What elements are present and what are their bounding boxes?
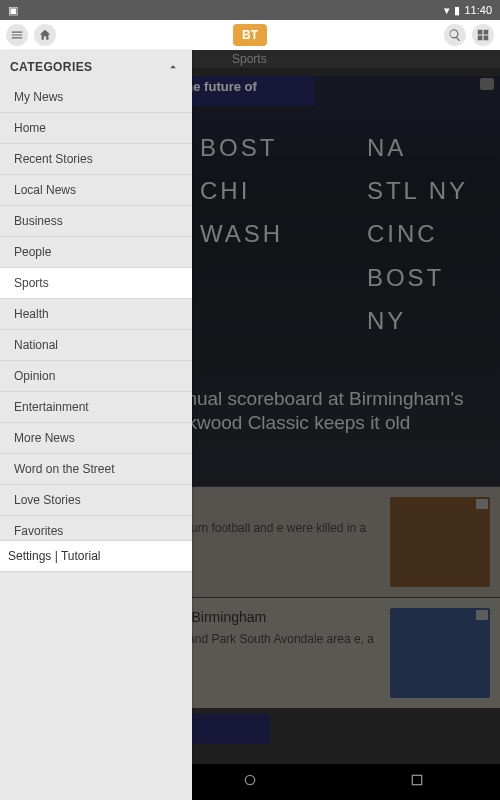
sidebar-item-my-news[interactable]: My News — [0, 82, 192, 113]
sidebar-item-label: Home — [14, 121, 46, 135]
wifi-icon: ▾ — [444, 4, 450, 17]
sidebar-item-recent-stories[interactable]: Recent Stories — [0, 144, 192, 175]
sidebar-item-local-news[interactable]: Local News — [0, 175, 192, 206]
sidebar-item-label: Sports — [14, 276, 49, 290]
sidebar-item-opinion[interactable]: Opinion — [0, 361, 192, 392]
sidebar-item-love-stories[interactable]: Love Stories — [0, 485, 192, 516]
content-area: Sports the future of BOST CHI WASH NA ST… — [0, 50, 500, 800]
clock-text: 11:40 — [464, 4, 492, 16]
sidebar-item-label: Health — [14, 307, 49, 321]
sidebar-item-national[interactable]: National — [0, 330, 192, 361]
hamburger-icon — [10, 28, 24, 42]
sidebar-item-home[interactable]: Home — [0, 113, 192, 144]
sidebar-item-label: National — [14, 338, 58, 352]
app-bar: BT — [0, 20, 500, 50]
grid-button[interactable] — [472, 24, 494, 46]
sidebar-item-entertainment[interactable]: Entertainment — [0, 392, 192, 423]
sidebar-item-label: My News — [14, 90, 63, 104]
sidebar-header[interactable]: CATEGORIES — [0, 50, 192, 82]
sidebar-item-more-news[interactable]: More News — [0, 423, 192, 454]
sidebar-item-label: Entertainment — [14, 400, 89, 414]
categories-sidebar: CATEGORIES My News Home Recent Stories L… — [0, 50, 192, 800]
battery-icon: ▮ — [454, 4, 460, 17]
sidebar-item-people[interactable]: People — [0, 237, 192, 268]
sidebar-item-label: More News — [14, 431, 75, 445]
sidebar-item-label: Business — [14, 214, 63, 228]
app-logo: BT — [233, 24, 267, 46]
home-button[interactable] — [34, 24, 56, 46]
logo-text: BT — [242, 28, 258, 42]
notification-icon: ▣ — [8, 4, 18, 17]
sidebar-item-label: Favorites — [14, 524, 63, 538]
settings-label: Settings | Tutorial — [8, 549, 101, 563]
sidebar-item-label: Local News — [14, 183, 76, 197]
sidebar-item-label: Word on the Street — [14, 462, 115, 476]
sidebar-item-word-on-the-street[interactable]: Word on the Street — [0, 454, 192, 485]
grid-icon — [476, 28, 490, 42]
sidebar-title: CATEGORIES — [10, 60, 92, 74]
sidebar-settings[interactable]: Settings | Tutorial — [0, 540, 192, 572]
search-icon — [448, 28, 462, 42]
sidebar-item-label: Love Stories — [14, 493, 81, 507]
sidebar-item-label: People — [14, 245, 51, 259]
category-list: My News Home Recent Stories Local News B… — [0, 82, 192, 547]
home-icon — [38, 28, 52, 42]
sidebar-item-sports[interactable]: Sports — [0, 268, 192, 299]
sidebar-item-label: Recent Stories — [14, 152, 93, 166]
sidebar-item-health[interactable]: Health — [0, 299, 192, 330]
chevron-up-icon — [166, 60, 180, 74]
menu-button[interactable] — [6, 24, 28, 46]
sidebar-item-label: Opinion — [14, 369, 55, 383]
android-statusbar: ▣ ▾ ▮ 11:40 — [0, 0, 500, 20]
search-button[interactable] — [444, 24, 466, 46]
sidebar-item-business[interactable]: Business — [0, 206, 192, 237]
